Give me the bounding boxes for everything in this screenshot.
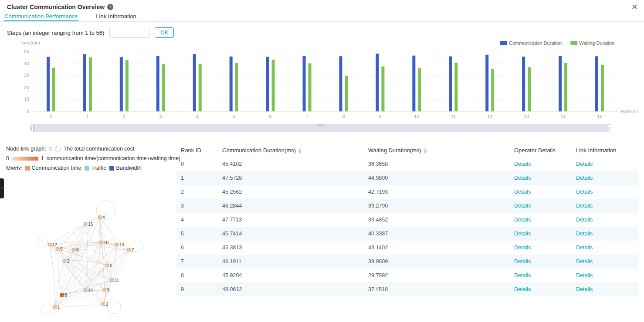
bar-waiting-duration[interactable] [454, 63, 458, 111]
graph-node-0[interactable] [105, 264, 109, 267]
tab-link-information[interactable]: Link Information [95, 12, 137, 21]
bar-communication-duration[interactable] [522, 57, 525, 111]
bar-communication-duration[interactable] [376, 54, 379, 111]
bar-communication-duration[interactable] [47, 57, 50, 111]
bar-communication-duration[interactable] [266, 57, 269, 111]
bar-communication-duration[interactable] [193, 54, 196, 111]
close-icon[interactable]: ✕ [631, 3, 638, 11]
steps-label: Steps (an integer ranging from 1 to 56) [7, 30, 104, 36]
bar-communication-duration[interactable] [339, 56, 342, 111]
column-header-waiting-duration-ms-[interactable]: Waiting Duration(ms) [364, 144, 510, 157]
graph-node-label: 6 [76, 248, 79, 252]
bar-waiting-duration[interactable] [381, 67, 384, 111]
link-information-link[interactable]: Details [576, 175, 593, 181]
slider-handle-left[interactable] [30, 124, 34, 132]
link-information-link[interactable]: Details [576, 245, 593, 251]
legend-label[interactable]: Waiting Duration [579, 40, 614, 46]
table-cell: 45.3813 [218, 241, 364, 255]
drawer-collapse-handle[interactable]: ‹ [0, 178, 4, 198]
graph-node-2[interactable] [102, 302, 105, 306]
bar-communication-duration[interactable] [449, 57, 452, 111]
graph-node-15[interactable] [84, 222, 87, 226]
table-cell: 39.2790 [364, 199, 510, 213]
bar-communication-duration[interactable] [412, 56, 415, 111]
bar-waiting-duration[interactable] [345, 76, 348, 111]
operator-details-link[interactable]: Details [514, 203, 531, 209]
bar-communication-duration[interactable] [559, 56, 562, 111]
graph-node-3[interactable] [63, 259, 66, 263]
bar-communication-duration[interactable] [595, 56, 598, 111]
table-cell: 39.4852 [364, 213, 510, 227]
gradient-max: 1 [41, 155, 44, 161]
bar-communication-duration[interactable] [83, 54, 86, 111]
svg-text:3: 3 [159, 114, 162, 119]
bar-waiting-duration[interactable] [528, 67, 531, 111]
operator-details-link[interactable]: Details [514, 245, 531, 251]
bar-communication-duration[interactable] [120, 57, 123, 111]
graph-node-12[interactable] [48, 243, 51, 246]
sort-icon[interactable] [298, 148, 302, 154]
link-information-link[interactable]: Details [576, 217, 593, 223]
bar-communication-duration[interactable] [156, 56, 159, 111]
operator-details-link[interactable]: Details [514, 258, 531, 265]
link-information-link[interactable]: Details [576, 286, 593, 292]
slider-handle-right[interactable] [608, 124, 611, 132]
bar-waiting-duration[interactable] [52, 68, 55, 111]
operator-details-link[interactable]: Details [514, 189, 531, 195]
svg-text:9: 9 [379, 114, 381, 119]
operator-details-link[interactable]: Details [514, 161, 531, 167]
tab-communication-performance[interactable]: Communication Performance [3, 12, 78, 21]
graph-node-13[interactable] [115, 243, 119, 246]
legend-swatch[interactable] [500, 41, 507, 45]
slider-notch[interactable] [318, 124, 324, 126]
legend-swatch[interactable] [570, 41, 577, 45]
steps-input[interactable] [109, 28, 149, 38]
graph-node-7[interactable] [127, 248, 131, 252]
operator-details-link[interactable]: Details [514, 272, 531, 278]
link-information-link[interactable]: Details [576, 161, 593, 167]
bar-waiting-duration[interactable] [272, 60, 275, 111]
bar-communication-duration[interactable] [303, 56, 306, 111]
link-information-link[interactable]: Details [576, 231, 593, 237]
graph-node-9[interactable] [56, 247, 59, 251]
operator-details-link[interactable]: Details [514, 217, 531, 223]
bar-waiting-duration[interactable] [564, 63, 567, 111]
graph-node-4[interactable] [98, 215, 102, 219]
column-header-operator-details: Operator Details [510, 144, 572, 157]
link-information-link[interactable]: Details [576, 272, 593, 278]
graph-node-8[interactable] [60, 293, 64, 297]
svg-text:4: 4 [196, 114, 199, 119]
bar-waiting-duration[interactable] [235, 63, 238, 111]
bar-communication-duration[interactable] [485, 55, 488, 111]
bar-waiting-duration[interactable] [89, 57, 92, 111]
graph-node-5[interactable] [103, 288, 106, 292]
link-information-link[interactable]: Details [576, 189, 593, 195]
bar-waiting-duration[interactable] [162, 64, 165, 111]
ok-button[interactable]: OK [155, 27, 173, 38]
page-title: Cluster Communication Overview [7, 3, 105, 10]
operator-details-link[interactable]: Details [514, 175, 531, 181]
graph-node-10[interactable] [99, 241, 103, 244]
chart-range-slider[interactable] [31, 124, 611, 132]
legend-label[interactable]: Communication Duration [509, 40, 562, 46]
column-header-communication-duration-ms-[interactable]: Communication Duration(ms) [218, 144, 364, 157]
bar-waiting-duration[interactable] [308, 64, 312, 111]
gradient-min: 0 [6, 155, 9, 161]
bar-waiting-duration[interactable] [125, 60, 129, 111]
graph-node-1[interactable] [53, 305, 57, 309]
link-information-link[interactable]: Details [576, 203, 593, 209]
operator-details-link[interactable]: Details [514, 286, 531, 292]
bar-waiting-duration[interactable] [199, 64, 202, 111]
graph-node-6[interactable] [72, 248, 75, 252]
bar-communication-duration[interactable] [230, 57, 233, 111]
bar-waiting-duration[interactable] [491, 69, 494, 111]
bar-waiting-duration[interactable] [418, 68, 421, 111]
operator-details-link[interactable]: Details [514, 231, 531, 237]
sort-icon[interactable] [424, 148, 427, 154]
graph-node-14[interactable] [84, 288, 87, 292]
info-icon[interactable]: i [107, 4, 113, 10]
graph-node-11[interactable] [110, 278, 114, 282]
link-information-link[interactable]: Details [576, 258, 593, 265]
bar-waiting-duration[interactable] [601, 65, 604, 111]
matrix-legend-item: Communication time [25, 165, 81, 171]
